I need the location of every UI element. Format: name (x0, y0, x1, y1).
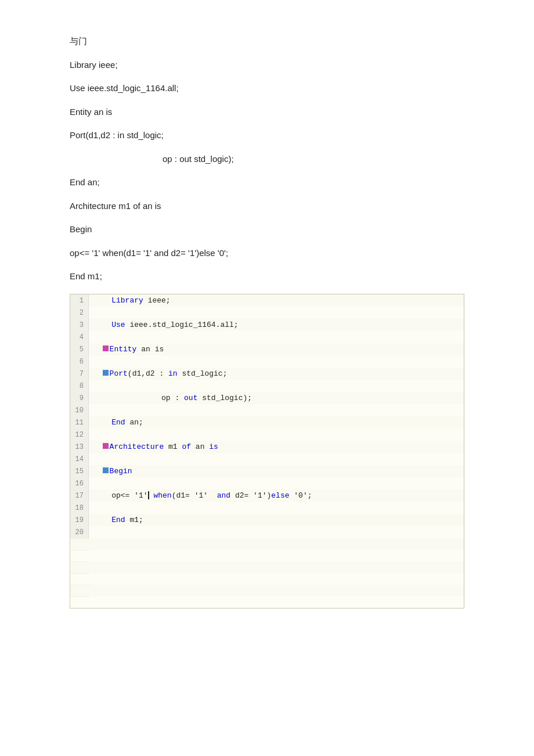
arch-text: Architecture m1 of an is (70, 201, 161, 211)
line-num-25 (70, 585, 89, 585)
code-content-26 (89, 596, 98, 609)
code-line-6: 6 (70, 355, 464, 368)
code-content-19: End m1; (89, 514, 143, 526)
code-content-14 (89, 453, 98, 465)
library-line: Library ieee; (70, 59, 488, 72)
code-line-8: 8 (70, 380, 464, 392)
code-line-22 (70, 550, 464, 561)
line-num-3: 3 (70, 319, 89, 331)
library-text: Library ieee; (70, 60, 118, 70)
code-line-26 (70, 596, 464, 608)
code-line-11: 11 End an; (70, 416, 464, 429)
begin-line: Begin (70, 223, 488, 236)
code-line-21 (70, 538, 464, 550)
op-text: op<= '1' when(d1= '1' and d2= '1')else '… (70, 248, 228, 258)
port1-line: Port(d1,d2 : in std_logic; (70, 129, 488, 142)
code-line-19: 19 End m1; (70, 514, 464, 526)
code-line-1: 1 Library ieee; (70, 294, 464, 307)
code-content-7: Port(d1,d2 : in std_logic; (89, 368, 227, 380)
code-content-20 (89, 526, 98, 538)
op-line: op<= '1' when(d1= '1' and d2= '1')else '… (70, 247, 488, 260)
entity-icon (103, 345, 109, 351)
line-num-5: 5 (70, 343, 89, 355)
line-num-7: 7 (70, 368, 89, 380)
code-content-17: op<= '1' when(d1= '1' and d2= '1')else '… (89, 489, 312, 502)
text-cursor (148, 491, 149, 499)
code-content-12 (89, 429, 98, 441)
line-num-14: 14 (70, 453, 89, 465)
code-line-7: 7 Port(d1,d2 : in std_logic; (70, 368, 464, 380)
end-line: End an; (70, 176, 488, 189)
line-num-26 (70, 596, 89, 597)
code-line-18: 18 (70, 502, 464, 514)
arch-line: Architecture m1 of an is (70, 200, 488, 213)
end-text: End an; (70, 177, 100, 187)
port1-text: Port(d1,d2 : in std_logic; (70, 130, 164, 140)
code-content-8 (89, 380, 98, 392)
code-line-16: 16 (70, 477, 464, 489)
code-editor[interactable]: 1 Library ieee; 2 3 Use ieee.std_logic_1… (70, 294, 464, 609)
line-num-4: 4 (70, 331, 89, 343)
line-num-20: 20 (70, 526, 89, 538)
line-num-23 (70, 561, 89, 562)
line-num-22 (70, 550, 89, 550)
code-line-25 (70, 585, 464, 596)
heading-line: 与门 (70, 35, 488, 48)
code-line-23 (70, 561, 464, 573)
code-content-3: Use ieee.std_logic_1164.all; (89, 319, 239, 331)
code-line-5: 5 Entity an is (70, 343, 464, 355)
line-num-11: 11 (70, 416, 89, 429)
begin-text: Begin (70, 224, 92, 234)
line-num-12: 12 (70, 429, 89, 441)
end-m1-text: End m1; (70, 271, 102, 281)
line-num-9: 9 (70, 392, 89, 404)
line-num-18: 18 (70, 502, 89, 514)
line-num-17: 17 (70, 489, 89, 502)
arch-icon (103, 443, 109, 449)
begin-icon (103, 467, 109, 473)
line-num-19: 19 (70, 514, 89, 526)
code-content-22 (89, 550, 98, 562)
code-content-9: op : out std_logic); (89, 392, 252, 404)
entity-text: Entity an is (70, 107, 112, 117)
line-num-8: 8 (70, 380, 89, 392)
use-line: Use ieee.std_logic_1164.all; (70, 82, 488, 95)
line-num-13: 13 (70, 441, 89, 453)
line-num-15: 15 (70, 465, 89, 477)
end-m1-line: End m1; (70, 270, 488, 283)
code-line-13: 13 Architecture m1 of an is (70, 441, 464, 453)
code-line-24 (70, 573, 464, 585)
code-content-23 (89, 561, 98, 574)
code-line-20: 20 (70, 526, 464, 538)
code-line-14: 14 (70, 453, 464, 465)
code-content-1: Library ieee; (89, 294, 171, 307)
code-content-18 (89, 502, 98, 514)
line-num-24 (70, 573, 89, 574)
code-content-16 (89, 477, 98, 489)
entity-line: Entity an is (70, 106, 488, 119)
code-line-12: 12 (70, 429, 464, 441)
code-content-4 (89, 331, 98, 343)
code-content-5: Entity an is (89, 343, 164, 355)
code-line-9: 9 op : out std_logic); (70, 392, 464, 404)
line-num-2: 2 (70, 307, 89, 319)
code-content-10 (89, 404, 98, 416)
port2-text: op : out std_logic); (163, 154, 234, 164)
line-num-6: 6 (70, 355, 89, 368)
port-icon (103, 370, 109, 376)
code-content-11: End an; (89, 416, 143, 429)
heading-text: 与门 (70, 36, 87, 46)
code-content-24 (89, 573, 98, 585)
code-content-15: Begin (89, 465, 132, 477)
code-content-13: Architecture m1 of an is (89, 441, 218, 453)
prose-content: 与门 Library ieee; Use ieee.std_logic_1164… (70, 35, 488, 283)
code-line-4: 4 (70, 331, 464, 343)
port2-line: op : out std_logic); (163, 153, 488, 166)
code-line-10: 10 (70, 404, 464, 416)
line-num-1: 1 (70, 294, 89, 307)
line-num-10: 10 (70, 404, 89, 416)
code-line-15: 15 Begin (70, 465, 464, 477)
code-content-21 (89, 538, 98, 550)
line-num-16: 16 (70, 477, 89, 489)
code-content-25 (89, 585, 98, 597)
